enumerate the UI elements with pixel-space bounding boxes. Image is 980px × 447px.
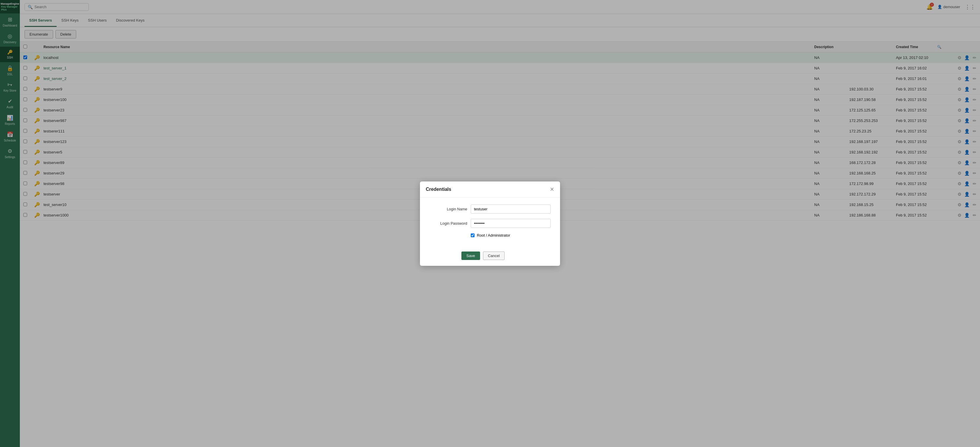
modal-close-button[interactable]: ✕ [550, 186, 554, 192]
modal-cancel-button[interactable]: Cancel [483, 251, 504, 260]
login-name-row: Login Name [429, 205, 551, 213]
modal-save-button[interactable]: Save [461, 251, 480, 260]
login-password-row: Login Password [429, 219, 551, 228]
modal-footer: Save Cancel [420, 251, 560, 266]
root-admin-row: Root / Administrator [471, 233, 551, 237]
modal-title: Credentials [426, 187, 451, 192]
modal-header: Credentials ✕ [420, 181, 560, 197]
modal-overlay: Credentials ✕ Login Name Login Password … [0, 0, 980, 447]
root-admin-label: Root / Administrator [477, 233, 510, 237]
login-password-input[interactable] [471, 219, 551, 228]
credentials-modal: Credentials ✕ Login Name Login Password … [420, 181, 560, 266]
login-name-label: Login Name [429, 207, 467, 211]
login-password-label: Login Password [429, 221, 467, 226]
modal-body: Login Name Login Password Root / Adminis… [420, 197, 560, 251]
login-name-input[interactable] [471, 205, 551, 213]
root-admin-checkbox[interactable] [471, 234, 474, 237]
